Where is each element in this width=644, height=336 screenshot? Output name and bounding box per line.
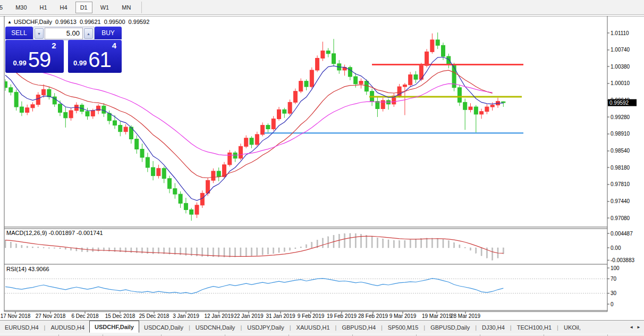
macd-histogram-bar <box>262 248 263 255</box>
candle-body <box>146 157 149 167</box>
symbol-tab-ukoil[interactable]: UKOil, <box>559 322 586 333</box>
macd-histogram-bar <box>245 248 247 256</box>
timeframe-button-m30[interactable]: M30 <box>11 2 31 13</box>
tab-scroll-left-button[interactable]: ◄ <box>629 325 633 330</box>
tab-scroll-right-button[interactable]: ► <box>637 325 641 330</box>
candle-body <box>442 45 445 56</box>
macd-histogram-bar <box>476 248 477 253</box>
quote-close: 0.99592 <box>129 19 150 25</box>
candle-body <box>277 110 281 119</box>
candle-body <box>299 81 303 91</box>
macd-histogram-bar <box>290 248 291 250</box>
macd-histogram-bar <box>383 239 384 248</box>
macd-histogram-bar <box>267 248 268 254</box>
collapse-icon[interactable]: ▲ <box>7 20 12 24</box>
candle-body <box>69 111 73 118</box>
symbol-tab-usdchf-daily[interactable]: USDCHF,Daily <box>89 321 139 333</box>
candle-body <box>436 40 439 45</box>
symbol-tab-dj30-h4[interactable]: DJ30,H4 <box>477 322 510 333</box>
symbol-tab-gbpusd-daily[interactable]: GBPUSD,Daily <box>426 322 474 333</box>
candle-body <box>91 111 95 116</box>
macd-histogram-bar <box>431 238 433 248</box>
candle-body <box>463 102 467 110</box>
candle-body <box>316 58 319 70</box>
macd-histogram-bar <box>393 240 394 248</box>
candle-body <box>266 125 270 129</box>
macd-label: MACD(12,26,9) -0.001897 -0.001741 <box>6 230 103 236</box>
candle-body <box>354 77 358 84</box>
price-tick-label: 1.00380 <box>611 64 630 70</box>
candle-body <box>447 56 451 65</box>
candle-body <box>14 92 18 107</box>
date-tick-label: 6 Dec 2018 <box>71 313 99 319</box>
timeframe-button-h4[interactable]: H4 <box>55 2 72 13</box>
candle-body <box>414 75 418 80</box>
symbol-tab-eurusd-h4[interactable]: EURUSD,H4 <box>0 322 44 333</box>
price-tick-label: 0.97440 <box>611 198 630 204</box>
candle-body <box>502 102 505 103</box>
timeframe-button-h1[interactable]: H1 <box>35 2 52 13</box>
symbol-tab-tech100-h1[interactable]: TECH100,H1 <box>512 322 556 333</box>
candle-body <box>474 107 478 114</box>
sell-price-sup: 2 <box>52 41 56 50</box>
sell-price-prefix: 0.99 <box>13 58 26 69</box>
macd-histogram-bar <box>388 240 389 248</box>
date-tick-label: 19 Feb 2019 <box>327 313 357 319</box>
timeframe-button-mn[interactable]: MN <box>117 2 135 13</box>
volume-increase-button[interactable]: ▲ <box>84 28 93 39</box>
macd-histogram-bar <box>32 247 33 248</box>
macd-histogram-bar <box>416 239 417 248</box>
macd-scale-label: 0.004487 <box>611 231 633 237</box>
trading-terminal-window: 5M30H1H4D1W1MN MACD(12,26,9) -0.001897 -… <box>0 0 644 336</box>
volume-spinner: ▼ 5.00 ▲ <box>33 27 95 40</box>
macd-histogram-bar <box>54 248 55 248</box>
macd-histogram-bar <box>5 240 6 248</box>
timeframe-toolbar: 5M30H1H4D1W1MN <box>0 0 644 15</box>
candle-body <box>293 91 297 103</box>
macd-histogram-bar <box>71 248 72 250</box>
candle-body <box>31 105 35 108</box>
price-tick-label: 1.00010 <box>611 80 630 86</box>
symbol-tab-sp500-m15[interactable]: SP500,M15 <box>383 322 423 333</box>
macd-histogram-bar <box>43 247 44 248</box>
macd-histogram-bar <box>350 233 351 248</box>
candle-body <box>140 149 144 157</box>
macd-histogram-bar <box>481 248 482 256</box>
macd-histogram-bar <box>459 245 460 248</box>
symbol-tab-gbpusd-h4[interactable]: GBPUSD,H4 <box>337 322 380 333</box>
symbol-tab-audusd-h4[interactable]: AUDUSD,H4 <box>46 322 89 333</box>
macd-histogram-bar <box>426 238 427 248</box>
volume-input[interactable]: 5.00 <box>45 28 83 39</box>
candle-body <box>217 171 221 177</box>
candle-body <box>326 51 330 54</box>
candle-body <box>26 108 29 113</box>
timeframe-button-d1[interactable]: D1 <box>75 2 92 13</box>
price-tick-label: 0.99280 <box>611 114 630 120</box>
date-tick-label: 27 Nov 2018 <box>36 313 66 319</box>
timeframe-button-w1[interactable]: W1 <box>96 2 114 13</box>
volume-decrease-button[interactable]: ▼ <box>35 28 44 39</box>
macd-histogram-bar <box>328 237 329 248</box>
quote-low: 0.99500 <box>104 19 125 25</box>
candle-body <box>348 68 352 77</box>
macd-histogram-bar <box>98 248 99 251</box>
sell-price-tile[interactable]: 0.99592 <box>5 40 64 73</box>
macd-histogram-bar <box>38 247 39 248</box>
macd-histogram-bar <box>48 248 49 248</box>
date-tick-label: 17 Nov 2018 <box>1 313 31 319</box>
candle-body <box>195 205 199 214</box>
sell-button[interactable]: SELL <box>5 27 33 39</box>
buy-button[interactable]: BUY <box>95 27 122 39</box>
date-axis[interactable]: 17 Nov 201827 Nov 20186 Dec 201815 Dec 2… <box>1 312 481 319</box>
buy-price-tile[interactable]: 0.99614 <box>68 40 122 73</box>
chart-symbol-title: USDCHF,Daily <box>14 19 52 25</box>
rsi-scale-label: 0 <box>611 301 614 307</box>
symbol-tab-xauusd-h1[interactable]: XAUUSD,H1 <box>292 322 335 333</box>
symbol-tab-usdjpy-daily[interactable]: USDJPY,Daily <box>242 322 289 333</box>
symbol-tab-usdcad-daily[interactable]: USDCAD,Daily <box>139 322 188 333</box>
candle-body <box>124 127 128 132</box>
timeframe-button-5[interactable]: 5 <box>0 2 7 13</box>
candle-body <box>244 138 248 147</box>
symbol-tab-usdcnh-daily[interactable]: USDCNH,Daily <box>191 322 240 333</box>
macd-histogram-bar <box>65 248 66 249</box>
